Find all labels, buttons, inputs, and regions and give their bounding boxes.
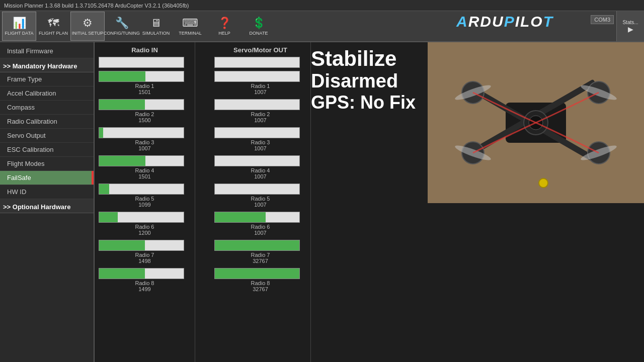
radio-in-6: Radio 6 1200 xyxy=(99,212,191,236)
com-port-label[interactable]: COM3 xyxy=(591,15,614,24)
sidebar-item-frame-type[interactable]: Frame Type xyxy=(0,72,94,86)
servo-out-1: Radio 1 1007 xyxy=(214,71,306,95)
radio-in-2: Radio 2 1500 xyxy=(99,99,191,123)
servo-out-panel: Servo/Motor OUT Radio 1 1007 xyxy=(210,42,311,362)
radio-in-4: Radio 4 1501 xyxy=(99,155,191,179)
sidebar-mandatory-header: >> Mandatory Hardware xyxy=(0,58,94,72)
toolbar-donate[interactable]: 💲 DONATE xyxy=(242,12,276,41)
sidebar-item-install-firmware[interactable]: Install Firmware xyxy=(0,44,94,58)
toolbar-flight-plan[interactable]: 🗺 FLIGHT PLAN xyxy=(36,12,70,41)
initial-setup-icon: ⚙ xyxy=(83,17,93,30)
flight-data-icon: 📊 xyxy=(13,17,26,30)
radio-in-7: Radio 7 1498 xyxy=(99,240,191,264)
radio-in-6-bar xyxy=(99,212,184,223)
servo-out-2-bar xyxy=(214,99,300,110)
toolbar-flight-data[interactable]: 📊 FLIGHT DATA xyxy=(2,12,36,41)
sidebar-item-flight-modes[interactable]: Flight Modes xyxy=(0,157,94,171)
radio-in-5-bar xyxy=(99,184,184,195)
servo-out-6-bar xyxy=(214,212,300,223)
drone-svg xyxy=(428,42,644,203)
radio-in-1-bar xyxy=(99,71,184,82)
sidebar-item-esc-cal[interactable]: ESC Calibration xyxy=(0,143,94,157)
servo-out-5: Radio 5 1007 xyxy=(214,184,306,208)
title-text: Mission Planner 1.3.68 build 1.3.7105.26… xyxy=(4,3,189,9)
sidebar-item-accel-cal[interactable]: Accel Calibration xyxy=(0,86,94,101)
radio-in-1: Radio 1 1501 xyxy=(99,71,191,95)
toolbar: 📊 FLIGHT DATA 🗺 FLIGHT PLAN ⚙ INITIAL SE… xyxy=(0,11,644,42)
radio-area: Radio IN Radio 1 1501 xyxy=(95,42,644,362)
spacer xyxy=(195,42,210,362)
sidebar-item-servo-output[interactable]: Servo Output xyxy=(0,129,94,143)
simulation-icon: 🖥 xyxy=(150,17,162,30)
sidebar: Install Firmware >> Mandatory Hardware F… xyxy=(0,42,95,362)
sidebar-item-failsafe[interactable]: FailSafe xyxy=(0,171,94,185)
sidebar-item-compass[interactable]: Compass xyxy=(0,101,94,115)
servo-out-header: Servo/Motor OUT xyxy=(214,46,306,54)
servo-out-4-bar xyxy=(214,155,300,166)
servo-out-6: Radio 6 1007 xyxy=(214,212,306,236)
config-tuning-icon: 🔧 xyxy=(115,17,129,30)
help-icon: ❓ xyxy=(218,17,231,30)
radio-in-8: Radio 8 1499 xyxy=(99,268,191,292)
toolbar-simulation[interactable]: 🖥 SIMULATION xyxy=(139,12,173,41)
servo-out-5-bar xyxy=(214,184,300,195)
sidebar-item-hw-id[interactable]: HW ID xyxy=(0,185,94,199)
toolbar-help[interactable]: ❓ HELP xyxy=(207,12,242,41)
content-area: Radio IN Radio 1 1501 xyxy=(95,42,644,362)
servo-out-1-bar xyxy=(214,71,300,82)
radio-in-8-bar xyxy=(99,268,184,279)
terminal-icon: ⌨ xyxy=(182,17,198,30)
toolbar-initial-setup[interactable]: ⚙ INITIAL SETUP xyxy=(70,12,105,41)
ardupilot-logo: ARDUPILOT xyxy=(456,13,553,30)
radio-in-header: Radio IN xyxy=(99,46,191,54)
servo-out-2: Radio 2 1007 xyxy=(214,99,306,123)
drone-image xyxy=(428,42,644,203)
servo-out-7: Radio 7 32767 xyxy=(214,240,306,264)
radio-in-4-bar xyxy=(99,155,184,166)
servo-out-3: Radio 3 1007 xyxy=(214,127,306,151)
toolbar-config-tuning[interactable]: 🔧 CONFIG/TUNING xyxy=(105,12,139,41)
servo-out-7-bar xyxy=(214,240,300,251)
stats-button[interactable]: Stats... ▶ xyxy=(616,11,644,41)
flight-plan-icon: 🗺 xyxy=(48,17,59,30)
radio-in-5: Radio 5 1099 xyxy=(99,184,191,208)
radio-in-7-bar xyxy=(99,240,184,251)
radio-in-3: Radio 3 1007 xyxy=(99,127,191,151)
toolbar-terminal[interactable]: ⌨ TERMINAL xyxy=(173,12,207,41)
servo-out-4: Radio 4 1007 xyxy=(214,155,306,179)
sidebar-item-radio-cal[interactable]: Radio Calibration xyxy=(0,115,94,129)
servo-out-8-bar xyxy=(214,268,300,279)
radio-in-2-bar xyxy=(99,99,184,110)
servo-out-8: Radio 8 32767 xyxy=(214,268,306,292)
title-bar: Mission Planner 1.3.68 build 1.3.7105.26… xyxy=(0,0,644,11)
main-layout: Install Firmware >> Mandatory Hardware F… xyxy=(0,42,644,362)
radio-in-panel: Radio IN Radio 1 1501 xyxy=(95,42,195,362)
radio-in-3-bar xyxy=(99,127,184,138)
servo-out-3-bar xyxy=(214,127,300,138)
donate-icon: 💲 xyxy=(252,17,266,30)
sidebar-optional-header: >> Optional Hardware xyxy=(0,199,94,213)
